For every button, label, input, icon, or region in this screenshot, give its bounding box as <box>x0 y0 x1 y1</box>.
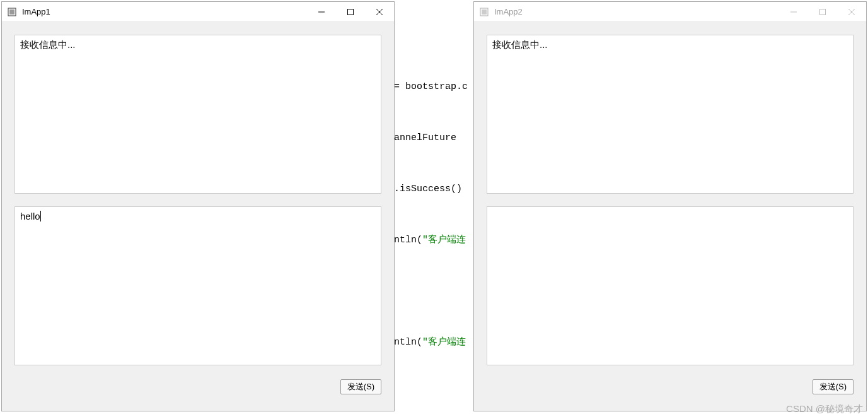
window-title: ImApp1 <box>22 7 307 16</box>
code-editor-fragment: = bootstrap.c annelFuture .isSuccess() n… <box>394 0 482 419</box>
maximize-button[interactable] <box>336 2 365 21</box>
app-icon <box>479 7 489 17</box>
send-button[interactable]: 发送(S) <box>340 379 381 394</box>
svg-rect-9 <box>820 9 826 15</box>
send-textarea[interactable]: hello <box>14 206 381 365</box>
minimize-button[interactable] <box>779 2 808 21</box>
receive-textarea[interactable]: 接收信息中... <box>14 35 381 194</box>
window-title: ImApp2 <box>494 7 779 16</box>
titlebar[interactable]: ImApp1 <box>2 2 394 22</box>
maximize-button[interactable] <box>808 2 837 21</box>
close-button[interactable] <box>365 2 394 21</box>
send-button[interactable]: 发送(S) <box>813 379 854 394</box>
svg-rect-3 <box>348 9 354 15</box>
text-cursor <box>40 211 41 221</box>
titlebar[interactable]: ImApp2 <box>474 2 866 22</box>
app-icon <box>7 7 17 17</box>
minimize-button[interactable] <box>307 2 336 21</box>
svg-rect-7 <box>482 9 487 15</box>
window-imapp2: ImApp2 接收信息中... 发送(S) <box>473 1 867 411</box>
svg-rect-1 <box>9 9 14 15</box>
close-button[interactable] <box>837 2 866 21</box>
window-imapp1: ImApp1 接收信息中... hello 发送(S) <box>1 1 395 411</box>
send-textarea[interactable] <box>487 206 854 365</box>
receive-textarea[interactable]: 接收信息中... <box>487 35 854 194</box>
